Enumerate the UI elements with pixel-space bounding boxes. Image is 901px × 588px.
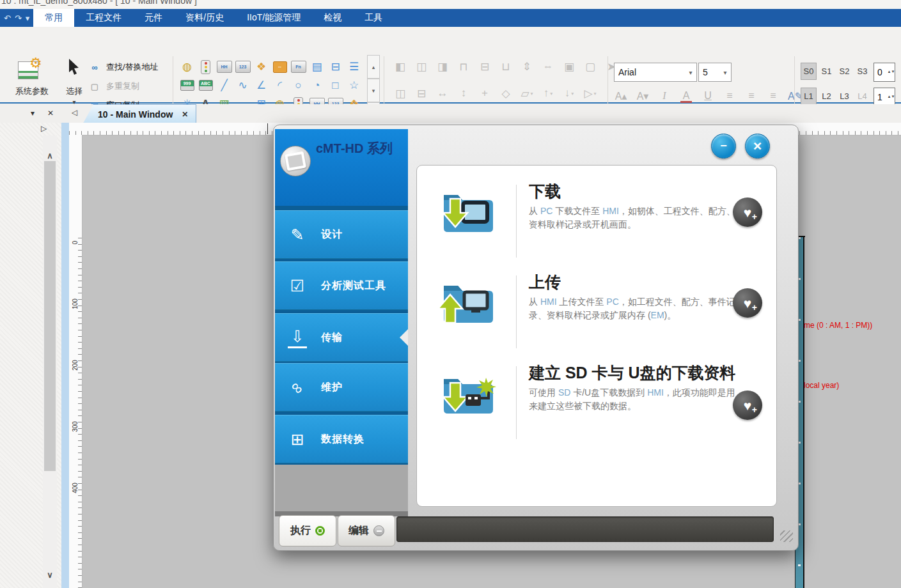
window-bar-icon[interactable]: ▤ bbox=[309, 59, 325, 75]
option-list-icon[interactable]: ☰ bbox=[347, 59, 362, 75]
enlarge-font-icon: A▴ bbox=[614, 88, 628, 104]
hmi-device-icon bbox=[280, 146, 311, 176]
bit-lamp-icon[interactable]: ◍ bbox=[180, 59, 195, 75]
heart-plus-icon[interactable]: ♥+ bbox=[733, 288, 762, 318]
ruler-label-400: 400 bbox=[72, 481, 79, 495]
heart-plus-icon[interactable]: ♥+ bbox=[733, 197, 762, 227]
window-title: 10 : mt_iL_demo_800x480 - [ 10 - Main Wi… bbox=[1, 0, 197, 6]
ribbon-tab-检视[interactable]: 检视 bbox=[312, 9, 353, 27]
state-value: 0 bbox=[874, 67, 888, 77]
freehand-icon[interactable]: ∿ bbox=[235, 78, 251, 93]
state-button-S2[interactable]: S2 bbox=[836, 63, 852, 80]
language-button-L3[interactable]: L3 bbox=[836, 88, 852, 105]
ribbon-tab-工具[interactable]: 工具 bbox=[353, 9, 394, 27]
sidebar-item-维护[interactable]: ∞维护 bbox=[275, 363, 408, 412]
action-text: 上传从 HMI 上传文件至 PC，如工程文件、配方、事件记录、资料取样记录或扩展… bbox=[529, 273, 740, 322]
distribute-horizontal-icon: ⇔ bbox=[540, 59, 556, 74]
word-state-button-icon[interactable]: HH bbox=[217, 59, 232, 75]
chevron-down-icon: ▾ bbox=[685, 69, 696, 76]
chevron-down-icon: ▾ bbox=[594, 91, 597, 97]
run-button[interactable]: 执行 bbox=[279, 515, 336, 546]
components-scroll-up-icon[interactable]: ▴ bbox=[367, 55, 380, 79]
action-row-2[interactable]: 上传从 HMI 上传文件至 PC，如工程文件、配方、事件记录、资料取样记录或扩展… bbox=[417, 272, 776, 361]
action-text: 下载从 PC 下载文件至 HMI，如韧体、工程文件、配方、资料取样记录或开机画面… bbox=[529, 182, 740, 231]
panel-close-icon[interactable]: ✕ bbox=[47, 109, 54, 118]
scroll-up-icon[interactable]: ∧ bbox=[43, 151, 57, 160]
find-replace-address[interactable]: ∞查找/替换地址 bbox=[88, 59, 171, 75]
align-text-left-icon: ≡ bbox=[723, 88, 737, 104]
sidebar-filler bbox=[275, 465, 408, 511]
distribute-vertical-icon: ⇕ bbox=[519, 59, 535, 74]
panel-menu-icon[interactable]: ▾ bbox=[31, 109, 35, 118]
tab-nav-left-icon[interactable]: ◁ bbox=[72, 108, 77, 117]
ribbon-tab-常用[interactable]: 常用 bbox=[33, 9, 74, 27]
state-spinner[interactable]: 0 ▲▼ bbox=[874, 63, 895, 82]
dialog-minimize-button[interactable]: − bbox=[711, 134, 736, 159]
scrollbar-thumb[interactable] bbox=[44, 161, 56, 471]
spinner-arrows-icon[interactable]: ▲▼ bbox=[888, 94, 895, 100]
traffic-light-icon[interactable] bbox=[198, 59, 214, 75]
dialog-close-button[interactable]: ✕ bbox=[745, 134, 770, 159]
edit-button[interactable]: 编辑 bbox=[338, 515, 395, 546]
arc-icon[interactable]: ◜ bbox=[272, 78, 288, 93]
state-button-S3[interactable]: S3 bbox=[854, 63, 870, 80]
slider-icon[interactable]: ⊟ bbox=[328, 59, 343, 75]
undo-icon[interactable]: ↶ bbox=[4, 14, 11, 22]
sidebar-item-分析测试工具[interactable]: ☑分析测试工具 bbox=[275, 261, 408, 310]
panel-expand-icon[interactable]: ▷ bbox=[41, 124, 47, 133]
sidebar-item-数据转换[interactable]: ⊞数据转换 bbox=[275, 415, 408, 463]
ribbon-tab-资料/历史[interactable]: 资料/历史 bbox=[174, 9, 235, 27]
sidebar-item-设计[interactable]: ✎设计 bbox=[275, 210, 408, 259]
customize-quick-access-icon[interactable]: ▾ bbox=[26, 14, 30, 22]
ribbon-tab-元件[interactable]: 元件 bbox=[133, 9, 174, 27]
font-family-select[interactable]: Arial ▾ bbox=[614, 63, 697, 82]
language-value: 1 bbox=[874, 92, 888, 102]
font-family-value: Arial bbox=[615, 67, 685, 77]
star-icon[interactable]: ☆ bbox=[347, 78, 362, 93]
action-row-1[interactable]: 下载从 PC 下载文件至 HMI，如韧体、工程文件、配方、资料取样记录或开机画面… bbox=[417, 181, 776, 270]
italic-icon: I bbox=[657, 88, 671, 104]
function-key-icon[interactable]: Fn bbox=[291, 59, 306, 75]
sidebar-item-传输[interactable]: ⇩传输 bbox=[275, 313, 408, 362]
action-text: 建立 SD 卡与 U盘的下载资料可使用 SD 卡/U盘下载数据到 HMI，此项功… bbox=[529, 364, 740, 413]
indirect-window-icon[interactable]: ▫▫ bbox=[272, 59, 288, 75]
ascii-display-icon[interactable]: ABC bbox=[198, 78, 214, 93]
resize-grip[interactable] bbox=[780, 530, 793, 542]
system-parameters-button[interactable]: ⚙ 系统参数 bbox=[5, 58, 59, 111]
state-button-S1[interactable]: S1 bbox=[819, 63, 834, 80]
components-scroll-down-icon[interactable]: ▾ bbox=[367, 79, 380, 102]
system-parameters-label: 系统参数 bbox=[5, 86, 59, 97]
language-button-L4: L4 bbox=[854, 88, 870, 105]
chevron-down-icon: ▾ bbox=[719, 69, 731, 76]
moving-shape-icon[interactable]: ❖ bbox=[254, 59, 269, 75]
tab-close-icon[interactable]: ✕ bbox=[182, 110, 188, 119]
circle-icon[interactable]: ○ bbox=[291, 78, 306, 93]
heart-icon: ♥ bbox=[744, 206, 751, 219]
sidebar-item-label: 数据转换 bbox=[321, 433, 364, 446]
left-panel-scrollbar[interactable]: ∧ ∨ bbox=[43, 135, 57, 588]
ribbon-tab-工程文件[interactable]: 工程文件 bbox=[74, 9, 133, 27]
numeric-display-icon[interactable]: 999 bbox=[180, 78, 195, 93]
line-icon[interactable]: ╱ bbox=[217, 78, 232, 93]
language-button-L1[interactable]: L1 bbox=[801, 88, 817, 105]
align-center-h-icon: ◫ bbox=[414, 59, 429, 74]
ribbon-tab-IIoT/能源管理[interactable]: IIoT/能源管理 bbox=[235, 9, 312, 27]
action-row-3[interactable]: 建立 SD 卡与 U盘的下载资料可使用 SD 卡/U盘下载数据到 HMI，此项功… bbox=[417, 362, 776, 452]
rectangle-icon[interactable]: □ bbox=[328, 78, 343, 93]
numeric-button-icon[interactable]: 123 bbox=[235, 59, 251, 75]
paperclip-icon: ∞ bbox=[284, 374, 311, 401]
pie-icon[interactable]: ◔ bbox=[309, 78, 325, 93]
redo-icon[interactable]: ↷ bbox=[15, 14, 22, 22]
language-button-L2[interactable]: L2 bbox=[819, 88, 834, 105]
find-replace-address-label: 查找/替换地址 bbox=[106, 61, 159, 73]
tab-main-window[interactable]: 10 - Main Window ✕ bbox=[83, 104, 196, 123]
spinner-arrows-icon[interactable]: ▲▼ bbox=[888, 69, 895, 75]
action-divider bbox=[516, 366, 517, 439]
font-size-select[interactable]: 5 ▾ bbox=[698, 63, 732, 82]
canvas-red-label: me (0 : AM, 1 : PM)) bbox=[804, 321, 872, 330]
scroll-down-icon[interactable]: ∨ bbox=[43, 570, 57, 580]
select-label: 选择 bbox=[61, 86, 87, 97]
polyline-icon[interactable]: ∠ bbox=[254, 78, 269, 93]
heart-plus-icon[interactable]: ♥+ bbox=[733, 391, 762, 420]
state-button-S0[interactable]: S0 bbox=[801, 63, 817, 80]
